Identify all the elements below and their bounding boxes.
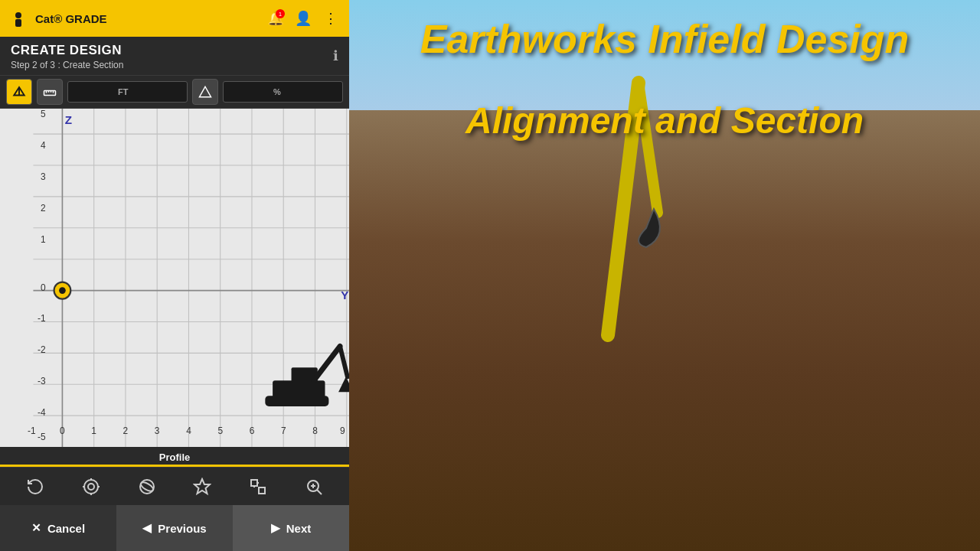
measurement-unit: FT [118, 87, 128, 96]
profile-bar: Profile [0, 447, 349, 467]
measurement-input[interactable]: 0.00 [73, 86, 115, 98]
svg-text:-1: -1 [38, 313, 46, 324]
notification-badge: 1 [276, 9, 285, 18]
header-bar: Cat® GRADE 🔔 1 👤 ⋮ [0, 0, 349, 37]
svg-text:5: 5 [41, 109, 46, 119]
svg-rect-59 [265, 396, 328, 406]
next-arrow-icon: ▶ [271, 521, 280, 535]
bottom-toolbar [0, 467, 349, 505]
svg-text:3: 3 [155, 425, 160, 436]
svg-text:-2: -2 [38, 344, 46, 355]
draw-tool-button[interactable] [6, 79, 32, 105]
snap-button[interactable] [188, 472, 217, 501]
svg-text:0: 0 [60, 425, 65, 436]
prev-arrow-icon: ◀ [142, 521, 152, 535]
svg-point-63 [88, 484, 94, 490]
svg-text:-5: -5 [38, 432, 46, 442]
measurement-field[interactable]: 0.00 FT [67, 81, 188, 103]
svg-text:-3: -3 [38, 376, 46, 386]
svg-text:2: 2 [41, 203, 46, 214]
svg-marker-8 [200, 86, 211, 97]
svg-rect-71 [251, 480, 257, 486]
reset-button[interactable] [21, 472, 50, 501]
svg-text:4: 4 [186, 425, 191, 436]
step-label: Step 2 of 3 : Create Section [11, 60, 338, 70]
previous-button[interactable]: ◀ Previous [116, 505, 233, 551]
next-button[interactable]: ▶ Next [233, 505, 349, 551]
grid-area[interactable]: Y Z 5 4 3 2 1 0 -1 -2 -3 -4 -5 -1 0 1 2 … [0, 109, 349, 447]
fit-view-button[interactable] [299, 472, 328, 501]
svg-text:5: 5 [217, 425, 223, 436]
svg-rect-1 [15, 19, 21, 27]
zoom-circle-button[interactable] [77, 472, 106, 501]
slope-field[interactable]: 0.0 % [223, 81, 343, 103]
ruler-tool-button[interactable] [37, 79, 63, 105]
svg-text:2: 2 [123, 425, 129, 436]
app-title: Cat® GRADE [35, 12, 259, 25]
svg-marker-70 [194, 479, 210, 494]
orbit-button[interactable] [132, 472, 162, 501]
transform-button[interactable] [243, 472, 273, 501]
svg-text:-1: -1 [28, 425, 36, 436]
svg-text:-4: -4 [38, 407, 46, 418]
slope-input[interactable]: 0.0 [228, 86, 270, 98]
svg-text:1: 1 [41, 233, 46, 244]
overlay-subtitle: Alignment and Section [349, 99, 980, 142]
camera-feed-panel: Earthworks Infield Design Alignment and … [349, 0, 980, 551]
previous-label: Previous [158, 522, 206, 535]
svg-text:6: 6 [250, 425, 255, 436]
svg-point-56 [59, 287, 66, 294]
svg-point-0 [15, 12, 21, 18]
svg-text:4: 4 [41, 140, 46, 151]
next-label: Next [286, 522, 312, 535]
title-area: CREATE DESIGN Step 2 of 3 : Create Secti… [0, 37, 349, 75]
notification-bell-icon[interactable]: 🔔 1 [265, 8, 286, 29]
cancel-icon: ✕ [31, 521, 41, 535]
overlay-title: Earthworks Infield Design [349, 15, 980, 63]
app-icon [8, 8, 29, 29]
camera-feed [349, 0, 980, 551]
slope-icon [192, 79, 218, 105]
svg-rect-72 [259, 487, 265, 494]
svg-text:1: 1 [91, 425, 96, 436]
slope-unit: % [273, 87, 281, 96]
svg-text:7: 7 [281, 425, 286, 436]
menu-icon[interactable]: ⋮ [320, 8, 341, 29]
svg-text:9: 9 [340, 425, 345, 436]
svg-text:Y: Y [341, 289, 348, 302]
svg-line-76 [317, 490, 322, 494]
svg-text:3: 3 [41, 171, 46, 182]
cancel-button[interactable]: ✕ Cancel [0, 505, 116, 551]
profile-label: Profile [159, 452, 190, 463]
cancel-label: Cancel [47, 522, 85, 535]
action-bar: ✕ Cancel ◀ Previous ▶ Next [0, 505, 349, 551]
toolbar: 0.00 FT 0.0 % [0, 75, 349, 109]
svg-text:0: 0 [41, 282, 46, 292]
svg-text:8: 8 [312, 425, 318, 436]
user-profile-icon[interactable]: 👤 [292, 8, 314, 29]
info-icon[interactable]: ℹ [333, 47, 338, 64]
profile-underline [0, 465, 349, 467]
svg-text:Z: Z [65, 113, 72, 126]
page-title: CREATE DESIGN [11, 43, 338, 58]
svg-point-62 [84, 480, 98, 494]
